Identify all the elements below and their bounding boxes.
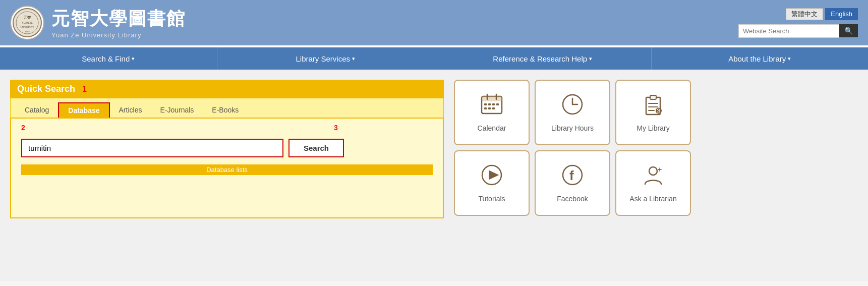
quick-search-title: Quick Search <box>17 84 75 94</box>
ql-card-my-library[interactable]: My Library <box>615 80 691 145</box>
svg-rect-7 <box>482 96 502 101</box>
header-right: 繁體中文 English 🔍 <box>738 8 858 38</box>
svg-rect-11 <box>488 103 491 105</box>
svg-text:f: f <box>569 168 574 183</box>
clock-icon <box>561 93 584 120</box>
website-search-button[interactable]: 🔍 <box>839 24 858 37</box>
svg-rect-21 <box>650 95 656 99</box>
tab-database[interactable]: Database <box>58 102 109 118</box>
svg-point-30 <box>649 167 657 175</box>
svg-text:+: + <box>658 165 662 174</box>
tab-catalog[interactable]: Catalog <box>16 102 58 118</box>
svg-rect-12 <box>492 103 495 105</box>
quick-search-input-row: Search <box>21 139 433 157</box>
ql-facebook-label: Facebook <box>557 195 588 203</box>
svg-text:1989: 1989 <box>25 30 30 33</box>
ql-tutorials-label: Tutorials <box>478 195 505 203</box>
ql-ask-librarian-label: Ask a Librarian <box>629 195 676 203</box>
svg-text:元智: 元智 <box>23 16 31 19</box>
nav-search-find-label: Search & Find <box>82 54 130 63</box>
nav-library-services-arrow: ▾ <box>352 55 355 62</box>
nav-reference-research-label: Reference & Research Help <box>493 54 587 63</box>
nav-reference-research-arrow: ▾ <box>589 55 592 62</box>
nav-library-services[interactable]: Library Services ▾ <box>217 47 435 70</box>
quick-search-num1: 1 <box>82 85 87 94</box>
quick-search-input[interactable] <box>21 139 283 157</box>
play-icon <box>481 164 503 191</box>
ql-library-hours-label: Library Hours <box>551 124 594 132</box>
ql-card-calendar[interactable]: Calendar <box>454 80 530 145</box>
ql-card-library-hours[interactable]: Library Hours <box>535 80 610 145</box>
logo-english-text: Yuan Ze University Library <box>51 31 186 39</box>
nav-about-library[interactable]: About the Library ▾ <box>652 47 869 70</box>
ql-card-tutorials[interactable]: Tutorials <box>454 150 530 216</box>
calendar-icon <box>481 93 503 120</box>
database-lists-button[interactable]: Database lists <box>21 164 433 175</box>
tab-ejournals[interactable]: E-Journals <box>151 102 203 118</box>
quick-search-body-inner: 2 3 Search Database lists <box>21 134 433 175</box>
nav-reference-research[interactable]: Reference & Research Help ▾ <box>434 47 652 70</box>
nav-about-library-label: About the Library <box>728 54 786 63</box>
quick-search-header: Quick Search 1 <box>10 80 444 98</box>
svg-rect-14 <box>484 107 487 109</box>
ql-card-facebook[interactable]: f Facebook <box>535 150 610 216</box>
tab-articles[interactable]: Articles <box>110 102 151 118</box>
quick-search-num3: 3 <box>334 124 338 132</box>
main-content: Quick Search 1 Catalog Database Articles… <box>0 70 868 281</box>
language-switcher: 繁體中文 English <box>786 8 858 20</box>
svg-rect-13 <box>496 103 499 105</box>
svg-marker-27 <box>489 171 498 179</box>
lang-traditional-btn[interactable]: 繁體中文 <box>786 8 823 20</box>
nav-search-find[interactable]: Search & Find ▾ <box>0 47 217 70</box>
lang-english-btn[interactable]: English <box>825 8 858 20</box>
svg-rect-15 <box>488 107 491 109</box>
ql-calendar-label: Calendar <box>478 124 506 132</box>
website-search-input[interactable] <box>738 24 839 38</box>
quick-search-button[interactable]: Search <box>288 139 344 157</box>
facebook-icon: f <box>561 164 584 191</box>
nav-library-services-label: Library Services <box>296 54 350 63</box>
svg-text:UNIVERSITY: UNIVERSITY <box>20 26 34 29</box>
nav-search-find-arrow: ▾ <box>132 55 135 62</box>
clipboard-icon <box>642 93 664 120</box>
quick-search-body: 2 3 Search Database lists <box>10 118 444 218</box>
university-seal: 元智 YUAN ZE UNIVERSITY 1989 <box>10 6 44 40</box>
tab-ebooks[interactable]: E-Books <box>203 102 248 118</box>
ql-my-library-label: My Library <box>636 124 669 132</box>
quick-search-tabs: Catalog Database Articles E-Journals E-B… <box>10 98 444 118</box>
logo-text: 元智大學圖書館 Yuan Ze University Library <box>51 7 186 39</box>
ask-librarian-icon: + <box>642 164 664 191</box>
main-nav: Search & Find ▾ Library Services ▾ Refer… <box>0 47 868 70</box>
quick-links-grid: Calendar Library Hours <box>454 80 691 216</box>
website-search-bar: 🔍 <box>738 24 858 38</box>
quick-search-num2: 2 <box>21 124 25 132</box>
logo-chinese-text: 元智大學圖書館 <box>51 7 186 31</box>
quick-search-panel: Quick Search 1 Catalog Database Articles… <box>10 80 444 271</box>
logo-block: 元智 YUAN ZE UNIVERSITY 1989 元智大學圖書館 Yuan … <box>10 6 186 40</box>
ql-card-ask-librarian[interactable]: + Ask a Librarian <box>615 150 691 216</box>
svg-rect-16 <box>492 107 495 109</box>
site-header: 元智 YUAN ZE UNIVERSITY 1989 元智大學圖書館 Yuan … <box>0 0 868 45</box>
svg-text:YUAN ZE: YUAN ZE <box>22 21 33 24</box>
svg-rect-10 <box>484 103 487 105</box>
nav-about-library-arrow: ▾ <box>788 55 791 62</box>
